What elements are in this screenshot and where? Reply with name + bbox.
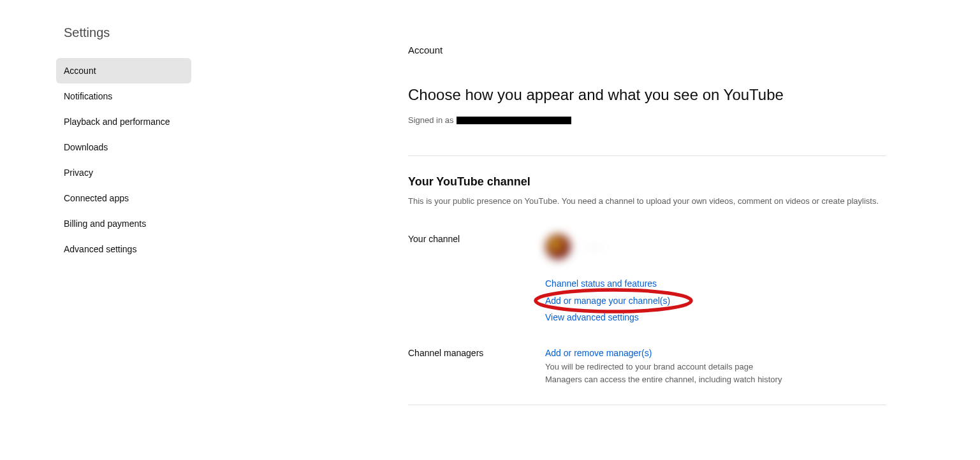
managers-desc-line2: Managers can access the entire channel, …	[545, 373, 893, 386]
sidebar-item-downloads[interactable]: Downloads	[56, 134, 191, 160]
sidebar-item-notifications[interactable]: Notifications	[56, 83, 191, 109]
settings-sidebar: Settings Account Notifications Playback …	[0, 25, 191, 424]
channel-name: ·····	[586, 241, 604, 252]
channel-managers-row: Channel managers Add or remove manager(s…	[408, 348, 893, 385]
channel-managers-content: Add or remove manager(s) You will be red…	[545, 348, 893, 385]
your-channel-row: Your channel ····· Channel status and fe…	[408, 234, 893, 329]
your-channel-label: Your channel	[408, 234, 545, 329]
your-channel-content: ····· Channel status and features Add or…	[545, 234, 893, 329]
section-your-channel-desc: This is your public presence on YouTube.…	[408, 196, 893, 206]
link-add-remove-managers[interactable]: Add or remove manager(s)	[545, 348, 893, 358]
sidebar-item-account[interactable]: Account	[56, 58, 191, 83]
signed-in-email-redacted	[457, 117, 571, 124]
section-your-channel-title: Your YouTube channel	[408, 175, 893, 189]
sidebar-item-playback[interactable]: Playback and performance	[56, 109, 191, 134]
sidebar-title: Settings	[56, 25, 191, 40]
sidebar-item-connected-apps[interactable]: Connected apps	[56, 185, 191, 211]
signed-in-line: Signed in as	[408, 115, 893, 125]
divider	[408, 155, 886, 156]
link-manage-wrapper: Add or manage your channel(s)	[545, 296, 670, 312]
page-title: Choose how you appear and what you see o…	[408, 86, 893, 104]
sidebar-item-privacy[interactable]: Privacy	[56, 160, 191, 185]
page-heading: Account	[408, 45, 893, 55]
link-view-advanced[interactable]: View advanced settings	[545, 312, 893, 322]
managers-desc-line1: You will be redirected to your brand acc…	[545, 361, 893, 373]
signed-in-prefix: Signed in as	[408, 115, 454, 125]
channel-identity: ·····	[545, 234, 893, 259]
link-manage-channels[interactable]: Add or manage your channel(s)	[545, 296, 670, 306]
sidebar-item-advanced-settings[interactable]: Advanced settings	[56, 236, 191, 262]
channel-managers-label: Channel managers	[408, 348, 545, 385]
channel-avatar	[545, 234, 571, 259]
main-content: Account Choose how you appear and what y…	[191, 25, 893, 424]
divider-bottom	[408, 405, 886, 405]
link-channel-status[interactable]: Channel status and features	[545, 278, 893, 289]
sidebar-item-billing[interactable]: Billing and payments	[56, 211, 191, 236]
